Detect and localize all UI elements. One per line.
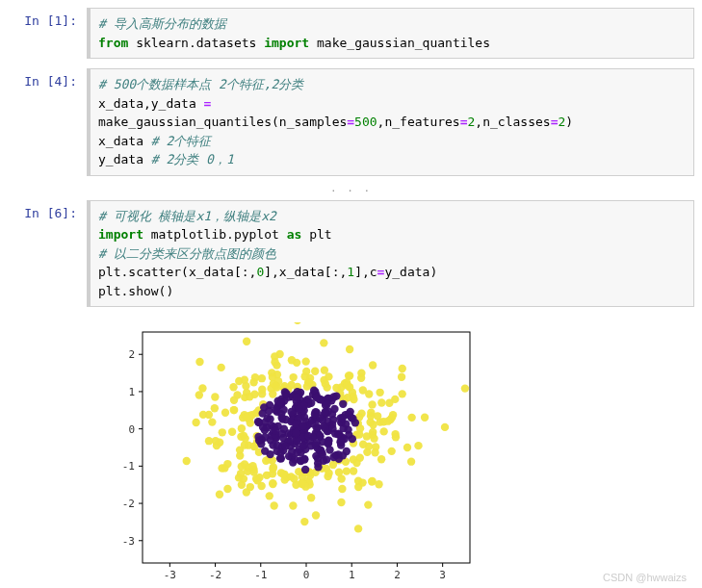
svg-point-446 xyxy=(323,400,330,408)
svg-point-264 xyxy=(343,381,351,389)
svg-point-258 xyxy=(391,396,399,403)
svg-text:1: 1 xyxy=(349,569,355,581)
svg-point-523 xyxy=(276,398,284,406)
code-input[interactable]: # 500个数据样本点 2个特征,2分类 x_data,y_data = mak… xyxy=(87,68,694,176)
svg-text:2: 2 xyxy=(128,348,135,361)
svg-point-219 xyxy=(294,322,301,324)
svg-point-144 xyxy=(407,457,415,465)
svg-point-518 xyxy=(299,422,306,429)
svg-point-276 xyxy=(243,413,250,421)
prompt-label: In [4]: xyxy=(8,68,87,176)
svg-point-508 xyxy=(299,442,307,449)
svg-point-191 xyxy=(323,465,330,473)
svg-point-30 xyxy=(354,524,362,532)
svg-point-272 xyxy=(272,381,279,389)
code-input[interactable]: # 导入高斯分布的数据 from sklearn.datasets import… xyxy=(87,8,694,59)
output-prompt xyxy=(8,317,87,588)
svg-point-234 xyxy=(407,414,415,422)
svg-point-524 xyxy=(295,404,302,412)
svg-point-267 xyxy=(322,380,329,388)
svg-point-207 xyxy=(237,470,245,477)
svg-point-256 xyxy=(269,390,276,397)
svg-point-236 xyxy=(307,494,315,501)
svg-point-76 xyxy=(289,373,297,381)
svg-point-266 xyxy=(219,428,226,436)
svg-point-133 xyxy=(230,406,238,414)
svg-point-500 xyxy=(322,408,329,416)
svg-point-257 xyxy=(369,421,377,428)
cell-3: In [6]: # 可视化 横轴是x1，纵轴是x2 import matplot… xyxy=(8,200,694,308)
svg-point-494 xyxy=(328,424,336,432)
svg-point-158 xyxy=(392,433,400,441)
svg-point-512 xyxy=(265,407,273,415)
svg-point-172 xyxy=(320,339,327,346)
svg-point-255 xyxy=(271,358,278,366)
svg-point-184 xyxy=(236,446,244,453)
svg-point-223 xyxy=(258,386,266,394)
svg-point-470 xyxy=(321,424,328,432)
svg-point-47 xyxy=(350,467,357,474)
svg-point-201 xyxy=(398,373,405,381)
svg-point-104 xyxy=(343,467,351,474)
svg-point-169 xyxy=(301,357,309,365)
svg-point-516 xyxy=(293,436,300,444)
svg-point-210 xyxy=(269,480,276,488)
cell-3-output: -3-2-10123-3-2-1012 xyxy=(8,317,694,588)
svg-point-44 xyxy=(368,400,376,408)
code-input[interactable]: # 可视化 横轴是x1，纵轴是x2 import matplotlib.pypl… xyxy=(87,200,694,308)
svg-point-208 xyxy=(368,477,376,485)
svg-point-504 xyxy=(276,448,284,456)
svg-point-222 xyxy=(199,411,207,419)
scatter-plot: -3-2-10123-3-2-1012 xyxy=(94,322,480,588)
svg-point-453 xyxy=(316,432,324,440)
svg-point-246 xyxy=(364,500,372,508)
svg-point-259 xyxy=(247,483,254,491)
svg-point-214 xyxy=(238,462,246,470)
svg-text:-3: -3 xyxy=(122,535,135,548)
svg-point-72 xyxy=(216,491,223,499)
svg-point-517 xyxy=(287,408,295,416)
svg-point-521 xyxy=(325,437,332,445)
svg-point-99 xyxy=(211,393,219,400)
svg-point-400 xyxy=(280,425,288,433)
svg-point-154 xyxy=(198,384,206,392)
svg-point-485 xyxy=(346,408,353,416)
svg-point-271 xyxy=(290,474,298,482)
svg-point-79 xyxy=(403,444,411,451)
svg-point-128 xyxy=(461,384,469,392)
svg-point-243 xyxy=(246,393,253,400)
svg-point-465 xyxy=(272,426,279,434)
svg-point-193 xyxy=(241,375,248,383)
svg-point-227 xyxy=(192,419,199,426)
svg-point-121 xyxy=(421,413,429,421)
prompt-label: In [1]: xyxy=(8,8,87,59)
svg-point-244 xyxy=(375,480,382,488)
svg-point-33 xyxy=(387,447,395,455)
cell-1: In [1]: # 导入高斯分布的数据 from sklearn.dataset… xyxy=(8,8,694,59)
collapsed-output-indicator[interactable]: . . . xyxy=(8,182,694,194)
svg-point-117 xyxy=(325,372,332,380)
svg-point-522 xyxy=(292,429,299,437)
svg-point-487 xyxy=(300,455,308,463)
svg-point-108 xyxy=(211,404,219,412)
svg-point-332 xyxy=(339,400,347,408)
svg-point-232 xyxy=(300,518,308,525)
svg-point-212 xyxy=(269,465,276,473)
svg-point-525 xyxy=(282,390,290,397)
svg-point-199 xyxy=(288,356,296,364)
svg-point-200 xyxy=(217,364,224,371)
svg-point-185 xyxy=(218,464,225,472)
svg-point-407 xyxy=(328,410,336,418)
svg-point-515 xyxy=(293,394,300,401)
svg-point-194 xyxy=(355,430,363,438)
svg-point-263 xyxy=(241,434,248,442)
svg-point-42 xyxy=(229,383,237,391)
svg-point-240 xyxy=(249,378,257,386)
svg-point-183 xyxy=(183,457,191,465)
svg-point-54 xyxy=(270,501,277,509)
svg-point-238 xyxy=(233,391,241,398)
watermark-text: CSDN @hwwaizs xyxy=(603,572,687,583)
svg-point-35 xyxy=(337,499,345,506)
svg-text:-2: -2 xyxy=(122,498,135,510)
cell-2: In [4]: # 500个数据样本点 2个特征,2分类 x_data,y_da… xyxy=(8,68,694,176)
